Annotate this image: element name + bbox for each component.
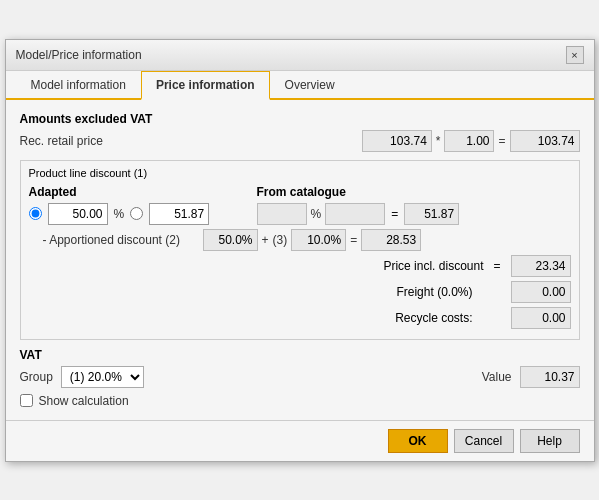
dialog: Model/Price information × Model informat…	[5, 39, 595, 462]
from-catalogue-pct: %	[311, 207, 322, 221]
equals-operator1: =	[498, 134, 505, 148]
from-catalogue-result-input	[404, 203, 459, 225]
adapted-radio-group: %	[29, 203, 249, 225]
adapted-col: Adapted %	[29, 185, 249, 225]
show-calculation-label: Show calculation	[39, 394, 129, 408]
rec-retail-price-input[interactable]	[362, 130, 432, 152]
tab-content: Amounts excluded VAT Rec. retail price *…	[6, 100, 594, 420]
apportioned-val2-input	[291, 229, 346, 251]
rec-retail-price-label: Rec. retail price	[20, 134, 103, 148]
tab-overview[interactable]: Overview	[270, 71, 350, 100]
adapted-value-input[interactable]	[48, 203, 108, 225]
adapted-label: Adapted	[29, 185, 249, 199]
freight-label: Freight (0.0%)	[29, 285, 477, 299]
recycle-label: Recycle costs:	[29, 311, 477, 325]
plus-operator: +	[262, 233, 269, 247]
apportioned-result-input	[361, 229, 421, 251]
vat-group-select[interactable]: (1) 20.0% (2) 10.0% (0) 0.0%	[61, 366, 144, 388]
help-button[interactable]: Help	[520, 429, 580, 453]
price-incl-discount-input	[511, 255, 571, 277]
from-catalogue-col: From catalogue % =	[257, 185, 571, 225]
rec-retail-price-row: Rec. retail price * =	[20, 130, 580, 152]
multiply-operator: *	[436, 134, 441, 148]
from-catalogue-amount-input[interactable]	[325, 203, 385, 225]
tab-model[interactable]: Model information	[16, 71, 141, 100]
show-calculation-row: Show calculation	[20, 394, 580, 408]
apportioned-val1-input	[203, 229, 258, 251]
ok-button[interactable]: OK	[388, 429, 448, 453]
group-label: Group	[20, 370, 53, 384]
product-line-discount-label: Product line discount (1)	[29, 167, 571, 179]
product-line-discount-box: Product line discount (1) Adapted % From	[20, 160, 580, 340]
adapted-pct-label: %	[114, 207, 125, 221]
vat-value-input	[520, 366, 580, 388]
from-catalogue-label: From catalogue	[257, 185, 571, 199]
apportioned-label: - Apportioned discount (2)	[43, 233, 203, 247]
vat-section: VAT Group (1) 20.0% (2) 10.0% (0) 0.0% V…	[20, 348, 580, 388]
freight-row: Freight (0.0%)	[29, 281, 571, 303]
factor-input[interactable]	[444, 130, 494, 152]
tab-bar: Model information Price information Over…	[6, 71, 594, 100]
from-catalogue-radio[interactable]	[130, 207, 143, 220]
from-catalogue-section: % =	[257, 203, 571, 225]
from-catalogue-pct-input[interactable]	[257, 203, 307, 225]
price-incl-equals: =	[493, 259, 500, 273]
discount-two-col: Adapted % From catalogue %	[29, 185, 571, 225]
vat-row: Group (1) 20.0% (2) 10.0% (0) 0.0% Value	[20, 366, 580, 388]
dialog-title: Model/Price information	[16, 48, 142, 62]
value-label: Value	[482, 370, 512, 384]
recycle-row: Recycle costs:	[29, 307, 571, 329]
apportioned-paren: (3)	[273, 233, 288, 247]
cancel-button[interactable]: Cancel	[454, 429, 514, 453]
apportioned-equals: =	[350, 233, 357, 247]
rec-total-input	[510, 130, 580, 152]
apportioned-row: - Apportioned discount (2) + (3) =	[43, 229, 571, 251]
close-button[interactable]: ×	[566, 46, 584, 64]
tab-price[interactable]: Price information	[141, 71, 270, 100]
vat-header: VAT	[20, 348, 580, 362]
footer: OK Cancel Help	[6, 420, 594, 461]
show-calculation-checkbox[interactable]	[20, 394, 33, 407]
freight-input	[511, 281, 571, 303]
price-incl-discount-row: Price incl. discount =	[29, 255, 571, 277]
from-catalogue-equals: =	[391, 207, 398, 221]
title-bar: Model/Price information ×	[6, 40, 594, 71]
amounts-excl-vat-header: Amounts excluded VAT	[20, 112, 580, 126]
from-catalogue-value-input[interactable]	[149, 203, 209, 225]
adapted-radio[interactable]	[29, 207, 42, 220]
price-incl-discount-label: Price incl. discount	[29, 259, 488, 273]
recycle-input	[511, 307, 571, 329]
